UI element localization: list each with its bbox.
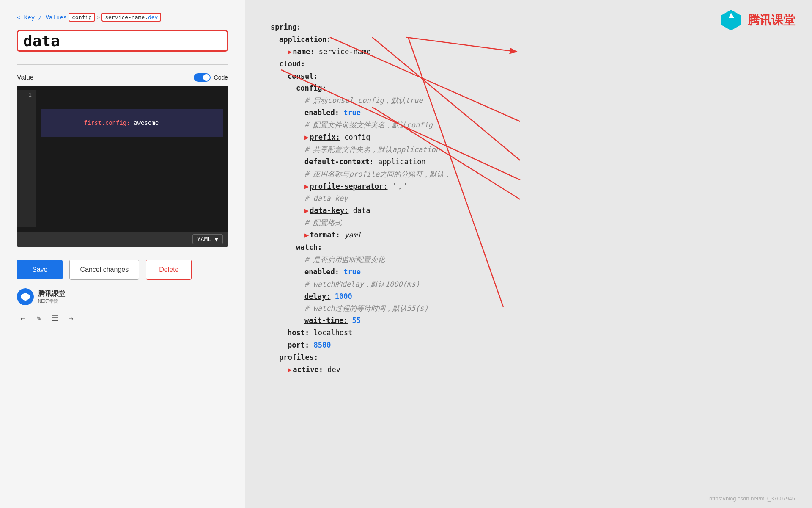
breadcrumb-back-link[interactable]: < Key / Values (17, 14, 67, 21)
yaml-line-delay: delay: 1000 (271, 290, 787, 303)
editor-footer: YAML ▼ (17, 232, 228, 247)
yaml-line-comment3: # 共享配置文件夹名，默认application (271, 144, 787, 156)
yaml-line-config: config: (271, 82, 787, 94)
toggle-switch[interactable] (194, 73, 211, 82)
breadcrumb-config-tag[interactable]: config (69, 13, 95, 22)
breadcrumb: < Key / Values config > service-name.dev (17, 13, 228, 22)
svg-marker-0 (21, 293, 30, 301)
yaml-line-application: application: (271, 33, 787, 46)
yaml-line-name: ▶name: service-name (271, 46, 787, 58)
list-nav-icon[interactable]: ☰ (49, 312, 61, 324)
yaml-line-comment9: # watch过程的等待时间，默认55(s) (271, 302, 787, 315)
divider (17, 64, 228, 65)
key-title: data (17, 30, 228, 52)
breadcrumb-separator: > (97, 14, 100, 20)
top-logo-hex (719, 8, 743, 32)
yaml-line-comment2: # 配置文件前缀文件夹名，默认config (271, 119, 787, 131)
yaml-line-comment7: # 是否启用监听配置变化 (271, 254, 787, 266)
yaml-line-watch: watch: (271, 241, 787, 254)
yaml-line-default-context: default-context: application (271, 156, 787, 168)
yaml-format-label: YAML (197, 236, 211, 243)
logo-icon (17, 288, 34, 305)
action-buttons: Save Cancel changes Delete (17, 260, 228, 280)
logo-text-block: 腾讯课堂 NEXT学院 (38, 290, 65, 304)
yaml-line-spring: spring: (271, 21, 787, 33)
yaml-line-wait-time: wait-time: 55 (271, 315, 787, 327)
code-key: first.config: (84, 119, 130, 126)
watermark: https://blog.csdn.net/m0_37607945 (709, 495, 795, 502)
yaml-line-active: ▶active: dev (271, 364, 787, 376)
nav-icons: ← ✎ ☰ → (17, 312, 228, 324)
yaml-line-format: ▶format: yaml (271, 229, 787, 241)
yaml-line-host: host: localhost (271, 327, 787, 339)
yaml-line-profile-sep: ▶profile-separator: '，' (271, 180, 787, 193)
right-panel: 腾讯课堂 spring: application: ▶name: service… (245, 0, 812, 508)
code-line-1: first.config: awesome (41, 109, 223, 137)
breadcrumb-service-tag[interactable]: service-name.dev (102, 13, 161, 22)
yaml-line-comment8: # watch的delay，默认1000(ms) (271, 278, 787, 290)
code-area[interactable]: first.config: awesome (36, 90, 228, 227)
logo-name: 腾讯课堂 (38, 290, 65, 298)
top-logo: 腾讯课堂 (719, 8, 795, 32)
top-logo-text: 腾讯课堂 (748, 12, 795, 28)
yaml-line-comment4: # 应用名称与profile之间的分隔符，默认， (271, 168, 787, 180)
left-panel: < Key / Values config > service-name.dev… (0, 0, 245, 508)
yaml-line-enabled2: enabled: true (271, 266, 787, 278)
yaml-selector[interactable]: YAML ▼ (192, 234, 223, 244)
edit-nav-icon[interactable]: ✎ (33, 312, 45, 324)
bottom-logo: 腾讯课堂 NEXT学院 (17, 288, 228, 305)
yaml-line-comment5: # data key (271, 192, 787, 204)
forward-nav-icon[interactable]: → (65, 312, 77, 324)
code-editor[interactable]: 1 first.config: awesome YAML ▼ (17, 86, 228, 247)
yaml-line-enabled1: enabled: true (271, 107, 787, 119)
back-nav-icon[interactable]: ← (17, 312, 29, 324)
yaml-line-comment1: # 启动consul config，默认true (271, 94, 787, 107)
yaml-line-port: port: 8500 (271, 339, 787, 351)
value-header: Value Code (17, 73, 228, 82)
code-value: awesome (130, 119, 159, 126)
yaml-line-consul: consul: (271, 70, 787, 83)
yaml-line-profiles: profiles: (271, 351, 787, 364)
code-toggle-label: Code (214, 74, 228, 81)
chevron-down-icon: ▼ (215, 236, 218, 243)
yaml-line-data-key: ▶data-key: data (271, 204, 787, 217)
value-label: Value (17, 74, 34, 81)
save-button[interactable]: Save (17, 260, 63, 279)
cancel-button[interactable]: Cancel changes (69, 260, 139, 280)
yaml-line-prefix: ▶prefix: config (271, 131, 787, 144)
delete-button[interactable]: Delete (146, 260, 192, 280)
yaml-line-cloud: cloud: (271, 58, 787, 70)
line-numbers: 1 (17, 90, 36, 227)
yaml-code-display: spring: application: ▶name: service-name… (271, 21, 787, 376)
logo-sub: NEXT学院 (38, 298, 65, 304)
editor-content: 1 first.config: awesome (17, 86, 228, 232)
code-toggle[interactable]: Code (194, 73, 228, 82)
yaml-line-comment6: # 配置格式 (271, 217, 787, 229)
